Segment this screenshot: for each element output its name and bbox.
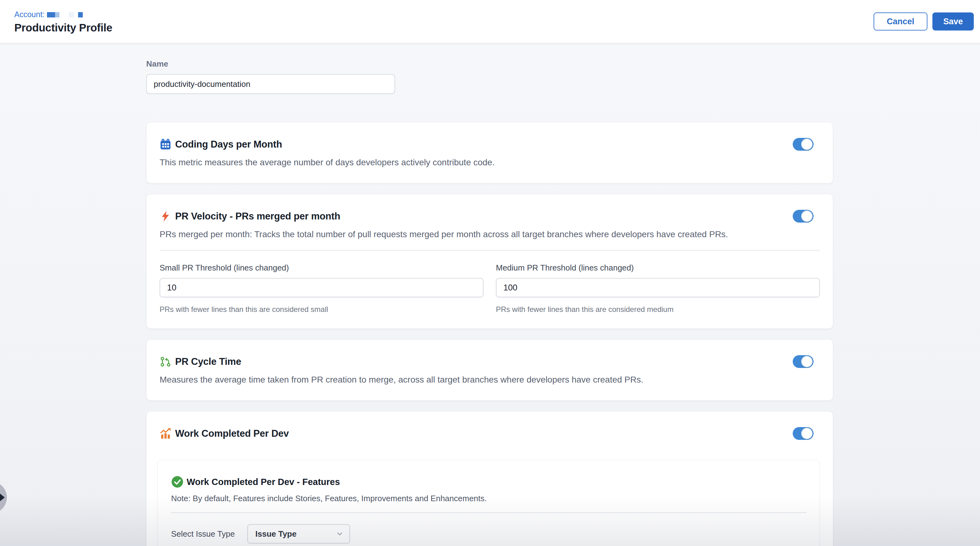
metric-card-work-completed: Work Completed Per Dev Work Completed Pe…	[146, 411, 833, 546]
account-name-redacted	[55, 12, 59, 18]
topbar: Account: Productivity Profile Cancel Sav…	[0, 0, 980, 43]
card-description: This metric measures the average number …	[160, 157, 820, 168]
small-pr-threshold-input[interactable]	[160, 278, 484, 297]
account-link[interactable]: Account:	[14, 10, 45, 19]
field-label: Small PR Threshold (lines changed)	[160, 263, 484, 272]
name-field: Name	[146, 60, 833, 94]
card-title: PR Velocity - PRs merged per month	[175, 211, 340, 222]
select-issue-type-label: Select Issue Type	[171, 529, 235, 539]
chart-increasing-icon	[160, 428, 172, 439]
sidebar-expand-button[interactable]	[0, 481, 7, 514]
card-head: PR Cycle Time	[160, 355, 820, 368]
metric-card-coding-days: Coding Days per Month This metric measur…	[146, 122, 833, 184]
card-head: PR Velocity - PRs merged per month	[160, 210, 820, 223]
lightning-icon	[160, 211, 172, 222]
medium-pr-threshold-input[interactable]	[496, 278, 820, 297]
toggle-knob	[801, 356, 813, 367]
issue-type-row: Select Issue Type Issue Type	[171, 524, 807, 543]
metric-card-pr-velocity: PR Velocity - PRs merged per month PRs m…	[146, 194, 833, 329]
field-hint: PRs with fewer lines than this are consi…	[160, 305, 484, 313]
subcard-note: Note: By default, Features include Stori…	[171, 493, 807, 504]
card-title: Coding Days per Month	[175, 139, 282, 150]
page-title: Productivity Profile	[14, 21, 112, 34]
divider	[160, 250, 820, 251]
card-head: Work Completed Per Dev	[160, 427, 820, 440]
account-name-redacted	[78, 12, 83, 18]
card-description: Measures the average time taken from PR …	[160, 374, 820, 385]
pr-velocity-toggle[interactable]	[793, 210, 813, 223]
git-pull-request-icon	[160, 356, 172, 368]
toggle-knob	[801, 428, 813, 439]
divider	[171, 512, 807, 513]
coding-days-toggle[interactable]	[793, 138, 813, 151]
play-icon	[0, 493, 5, 502]
subcard-head: Work Completed Per Dev - Features	[171, 476, 807, 488]
small-pr-threshold-field: Small PR Threshold (lines changed) PRs w…	[160, 263, 484, 313]
breadcrumb: Account:	[14, 10, 112, 19]
field-label: Medium PR Threshold (lines changed)	[496, 263, 820, 272]
cancel-button[interactable]: Cancel	[873, 13, 928, 30]
name-input[interactable]	[146, 74, 395, 94]
topbar-left: Account: Productivity Profile	[14, 9, 112, 34]
work-completed-toggle[interactable]	[793, 427, 813, 440]
chevron-down-icon	[336, 530, 343, 537]
card-title: PR Cycle Time	[175, 356, 241, 367]
issue-type-select[interactable]: Issue Type	[247, 524, 350, 543]
medium-pr-threshold-field: Medium PR Threshold (lines changed) PRs …	[496, 263, 820, 313]
save-button[interactable]: Save	[932, 13, 974, 30]
check-circle-icon	[171, 476, 183, 488]
toggle-knob	[801, 211, 813, 222]
card-head: Coding Days per Month	[160, 138, 820, 151]
calendar-icon	[160, 139, 172, 150]
card-title: Work Completed Per Dev	[175, 428, 289, 439]
account-name-redacted	[47, 12, 55, 18]
name-label: Name	[146, 60, 833, 68]
main-content: Name Coding Days per Month This metric m…	[146, 60, 833, 546]
select-value: Issue Type	[255, 529, 296, 539]
toggle-knob	[801, 139, 813, 150]
topbar-actions: Cancel Save	[873, 13, 974, 30]
metric-card-pr-cycle-time: PR Cycle Time Measures the average time …	[146, 339, 833, 401]
pr-cycle-time-toggle[interactable]	[793, 355, 813, 368]
field-hint: PRs with fewer lines than this are consi…	[496, 305, 820, 313]
work-completed-features-subcard: Work Completed Per Dev - Features Note: …	[158, 460, 820, 546]
card-description: PRs merged per month: Tracks the total n…	[160, 229, 820, 240]
subcard-title: Work Completed Per Dev - Features	[187, 477, 340, 487]
account-name-redacted	[69, 12, 74, 18]
threshold-fields: Small PR Threshold (lines changed) PRs w…	[160, 263, 820, 313]
